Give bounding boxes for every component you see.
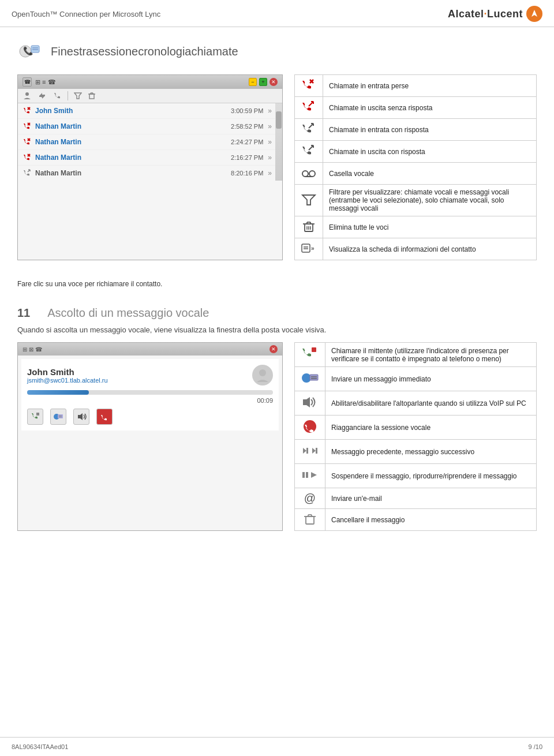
scroll-thumb	[276, 111, 282, 129]
svg-rect-6	[89, 94, 94, 99]
delete-desc: Elimina tutte le voci	[323, 216, 537, 238]
call-missed-icon	[21, 106, 32, 116]
voice-time: 00:09	[27, 397, 273, 404]
at-sign-desc: Inviare un'e-mail	[325, 488, 537, 509]
outgoing-answered-desc: Chiamate in uscita con risposta	[323, 141, 537, 163]
window-close[interactable]: ✕	[269, 78, 278, 86]
instant-message-desc: Inviare un messaggio immediato	[325, 367, 537, 391]
call-item-name: John Smith	[35, 107, 231, 115]
call-list-container: John Smith 3:00:59 PM »	[18, 103, 282, 181]
table-row: Chiamare il mittente (utilizzare l'indic…	[295, 343, 537, 367]
svg-marker-48	[303, 448, 306, 454]
contact-card-desc: Visualizza la scheda di informazioni del…	[323, 238, 537, 260]
call-item-arrow: »	[268, 169, 272, 177]
section1-title-row: 📞 Finestrasessionecronologiachiamate	[17, 39, 537, 64]
call-note: Fare clic su una voce per richiamare il …	[17, 278, 537, 290]
svg-rect-52	[302, 472, 305, 478]
svg-point-21	[302, 171, 308, 177]
pause-resume-desc: Sospendere il messaggio, riprodurre/ripr…	[325, 464, 537, 488]
call-item-time: 8:20:16 PM	[231, 170, 263, 177]
toolbar-arrows-icon	[38, 91, 47, 100]
logo-area: Alcatel·Lucent	[448, 6, 542, 22]
call-contact-desc: Chiamare il mittente (utilizzare l'indic…	[325, 343, 537, 367]
svg-rect-42	[312, 347, 316, 352]
outgoing-no-answer-icon-cell	[295, 97, 323, 119]
window-titlebar-icons: ⊞ ≡ ☎	[35, 78, 56, 86]
voice-speaker-btn[interactable]	[73, 409, 89, 425]
voicemail-desc: Casella vocale	[323, 163, 537, 185]
toolbar-separator	[68, 91, 68, 100]
svg-rect-53	[306, 472, 308, 478]
speakerphone-icon-cell	[295, 391, 325, 416]
at-sign-icon-cell: @	[295, 488, 325, 509]
table-row: @ Inviare un'e-mail	[295, 488, 537, 509]
call-item[interactable]: Nathan Martin 2:24:27 PM »	[18, 134, 275, 150]
voice-im-btn[interactable]	[50, 409, 66, 425]
call-contact-icon-cell	[295, 343, 325, 367]
table-row: Chiamate in entrata perse	[295, 75, 537, 97]
call-type-table: Chiamate in entrata perse Chiamate in us…	[294, 74, 537, 260]
call-item-name: Nathan Martin	[35, 138, 231, 146]
voice-controls	[27, 409, 273, 425]
svg-point-36	[259, 369, 266, 376]
voice-titlebar: ⊞ ⊠ ☎ ✕	[18, 343, 282, 355]
svg-marker-50	[312, 448, 316, 454]
voice-window-close[interactable]: ✕	[269, 345, 278, 353]
call-missed-icon	[21, 121, 32, 132]
call-item-name: Nathan Martin	[35, 122, 231, 130]
window-maximize[interactable]: +	[259, 78, 267, 86]
svg-rect-37	[36, 413, 39, 416]
svg-rect-32	[302, 244, 310, 252]
footer-page-num: 9 /10	[529, 743, 542, 750]
contact-card-icon-cell: »	[295, 238, 323, 260]
call-item[interactable]: Nathan Martin 2:58:52 PM »	[18, 119, 275, 134]
filter-desc: Filtrare per visualizzare: chiamate voca…	[323, 185, 537, 216]
svg-rect-39	[58, 414, 63, 418]
call-history-window: ☎ ⊞ ≡ ☎ − + ✕	[17, 74, 283, 260]
page-header: OpenTouch™ Connection per Microsoft Lync…	[0, 0, 554, 27]
pause-resume-icon-cell	[295, 464, 325, 488]
table-row: Chiamate in entrata con risposta	[295, 119, 537, 141]
svg-rect-2	[31, 46, 39, 53]
table-row: Cancellare il messaggio	[295, 509, 537, 531]
voice-toolbar-icons: ⊞ ⊠ ☎	[23, 346, 42, 353]
window-minimize[interactable]: −	[249, 78, 257, 86]
voice-contact-name: John Smith	[27, 367, 108, 377]
voice-progress-bar[interactable]	[27, 390, 273, 395]
section11-subtitle: Quando si ascolta un messaggio vocale, v…	[17, 325, 537, 334]
voice-call-btn[interactable]	[27, 409, 43, 425]
hang-up-icon-cell	[295, 416, 325, 440]
toolbar-phone-icon	[53, 91, 62, 100]
call-item[interactable]: Nathan Martin 8:20:16 PM »	[18, 166, 275, 181]
section1-title: Finestrasessionecronologiachiamate	[51, 45, 238, 58]
call-item-time: 3:00:59 PM	[231, 107, 263, 114]
svg-rect-49	[306, 448, 308, 454]
call-item-time: 2:24:27 PM	[231, 139, 263, 145]
prev-next-desc: Messaggio precedente, messaggio successi…	[325, 440, 537, 464]
table-row: Chiamate in uscita senza risposta	[295, 97, 537, 119]
logo-text: Alcatel·Lucent	[448, 8, 523, 20]
outgoing-answered-icon-cell	[295, 141, 323, 163]
instant-message-icon-cell	[295, 367, 325, 391]
svg-text:»: »	[311, 245, 315, 252]
missed-call-icon-cell	[295, 75, 323, 97]
at-symbol: @	[304, 492, 316, 504]
footer-doc-id: 8AL90634ITAAed01	[12, 743, 68, 750]
table-row: Chiamate in uscita con risposta	[295, 141, 537, 163]
call-scrollbar[interactable]	[275, 103, 282, 181]
call-item[interactable]: Nathan Martin 2:16:27 PM »	[18, 150, 275, 166]
section11-header: 11 Ascolto di un messaggio vocale	[17, 306, 537, 320]
call-item[interactable]: John Smith 3:00:59 PM »	[18, 103, 275, 119]
svg-rect-51	[316, 448, 317, 454]
voice-hangup-btn[interactable]	[96, 409, 113, 425]
main-content: 📞 Finestrasessionecronologiachiamate ☎ ⊞…	[0, 27, 554, 542]
delete-msg-icon-cell	[295, 509, 325, 531]
call-item-arrow: »	[268, 107, 272, 115]
table-row: Sospendere il messaggio, riprodurre/ripr…	[295, 464, 537, 488]
prev-next-icon-cell	[295, 440, 325, 464]
call-item-arrow: »	[268, 122, 272, 130]
speakerphone-desc: Abilitare/disabilitare l'altoparlante qu…	[325, 391, 537, 416]
hang-up-desc: Riagganciare la sessione vocale	[325, 416, 537, 440]
table-row: » Visualizza la scheda di informazioni d…	[295, 238, 537, 260]
voice-contact-info: John Smith jsmith@swc01.tlab.alcatel.ru	[27, 367, 108, 384]
